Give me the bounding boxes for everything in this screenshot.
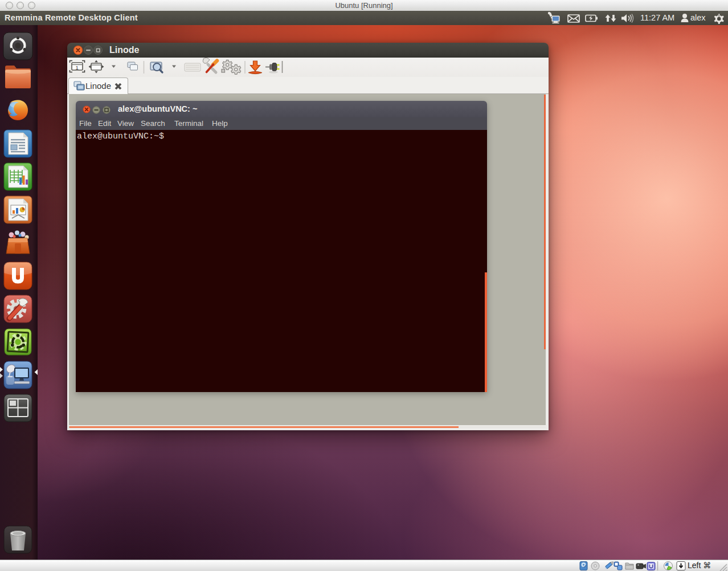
- svg-text:1: 1: [76, 64, 79, 71]
